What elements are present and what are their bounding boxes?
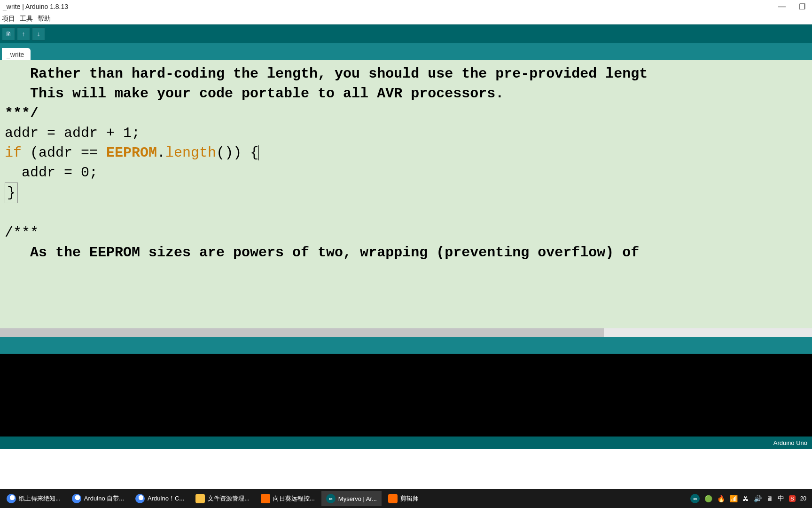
sunlogin-icon (261, 494, 270, 503)
code-line: addr = addr + 1; (5, 125, 140, 141)
code-line: As the EEPROM sizes are powers of two, w… (5, 245, 639, 261)
task-label: Myservo | Ar... (338, 495, 377, 502)
code-text: ()) { (216, 145, 258, 161)
tray-icon[interactable]: 🔥 (717, 495, 725, 502)
tray-icon[interactable]: 🟢 (704, 495, 712, 502)
code-class: EEPROM (106, 145, 157, 161)
chrome-icon (7, 494, 16, 503)
win-controls: — ❐ (778, 2, 810, 11)
task-editor[interactable]: 剪辑师 (383, 491, 423, 506)
toolbar: 🗎 ↑ ↓ (0, 24, 812, 43)
task-label: 纸上得来绝知... (19, 494, 61, 503)
window-title: _write | Arduino 1.8.13 (2, 3, 778, 10)
code-line: addr = 0; (5, 165, 98, 181)
tray-net-icon[interactable]: 🖧 (742, 495, 749, 502)
code-line: ***/ (5, 105, 39, 121)
code-text: (addr == (22, 145, 106, 161)
board-label: Arduino Uno (773, 439, 807, 446)
code-brace: } (5, 183, 18, 203)
cursor-icon (258, 145, 259, 160)
tab-write[interactable]: _write (2, 48, 31, 60)
task-label: Arduino！C... (148, 494, 184, 503)
up-arrow-icon: ↑ (22, 30, 25, 38)
h-scrollbar[interactable] (0, 328, 812, 337)
task-chrome-3[interactable]: Arduino！C... (131, 491, 189, 506)
code-line (5, 205, 13, 221)
code-editor[interactable]: Rather than hard-coding the length, you … (0, 60, 812, 328)
tray-ime[interactable]: 中 (778, 494, 784, 503)
code-line: /*** (5, 225, 39, 241)
tray-icon[interactable]: 📶 (730, 495, 738, 502)
code-line: Rather than hard-coding the length, you … (5, 66, 648, 82)
task-label: 文件资源管理... (208, 494, 250, 503)
scrollbar-thumb[interactable] (0, 328, 604, 337)
taskbar: 纸上得来绝知... Arduino 自带... Arduino！C... 文件资… (0, 489, 812, 508)
tray-clock[interactable]: 20 (800, 496, 806, 501)
menu-bar: 项目 工具 帮助 (0, 13, 812, 24)
new-file-button[interactable]: 🗎 (2, 27, 15, 40)
status-bar (0, 337, 812, 354)
system-tray: ∞ 🟢 🔥 📶 🖧 🔊 🖥 中 S 20 (690, 494, 810, 503)
task-explorer[interactable]: 文件资源管理... (191, 491, 254, 506)
tray-arduino-icon[interactable]: ∞ (690, 494, 700, 503)
code-line: This will make your code portable to all… (5, 86, 504, 102)
tray-icon[interactable]: S (789, 495, 795, 502)
download-button[interactable]: ↓ (32, 27, 45, 40)
tab-bar: _write (0, 43, 812, 60)
minimize-icon[interactable]: — (778, 2, 786, 11)
output-console[interactable] (0, 354, 812, 437)
editor-icon (388, 494, 398, 503)
code-keyword: if (5, 145, 22, 161)
maximize-icon[interactable]: ❐ (799, 2, 805, 11)
code-method: length (165, 145, 216, 161)
folder-icon (195, 494, 205, 503)
tray-icon[interactable]: 🖥 (766, 495, 773, 502)
file-icon: 🗎 (5, 30, 12, 38)
tray-sound-icon[interactable]: 🔊 (754, 495, 762, 502)
footer: Arduino Uno (0, 437, 812, 449)
task-label: 剪辑师 (400, 494, 419, 503)
task-label: 向日葵远程控... (273, 494, 315, 503)
arduino-icon: ∞ (326, 494, 336, 503)
menu-help[interactable]: 帮助 (37, 15, 52, 23)
chrome-icon (135, 494, 145, 503)
task-sunlogin[interactable]: 向日葵远程控... (256, 491, 320, 506)
code-dot: . (157, 145, 165, 161)
task-chrome-1[interactable]: 纸上得来绝知... (2, 491, 65, 506)
menu-tools[interactable]: 工具 (19, 15, 34, 23)
task-arduino[interactable]: ∞ Myservo | Ar... (321, 491, 382, 506)
upload-button[interactable]: ↑ (17, 27, 30, 40)
chrome-icon (72, 494, 81, 503)
task-chrome-2[interactable]: Arduino 自带... (67, 491, 129, 506)
down-arrow-icon: ↓ (37, 30, 40, 38)
menu-project[interactable]: 项目 (1, 15, 16, 23)
title-bar: _write | Arduino 1.8.13 — ❐ (0, 0, 812, 13)
task-label: Arduino 自带... (84, 494, 124, 503)
